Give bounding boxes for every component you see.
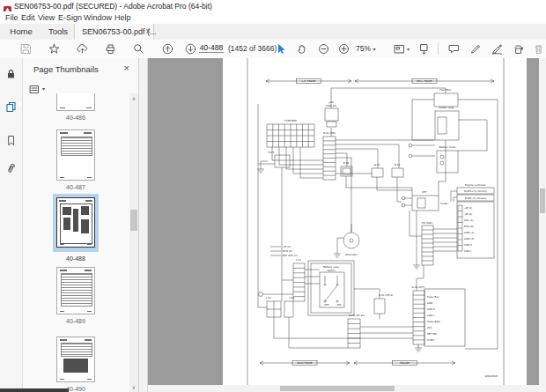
span-label: ENG. FRAME [417,79,432,83]
hand-tool-button[interactable] [296,42,309,55]
diagram-wire [331,88,446,108]
scrollbar-thumb[interactable] [280,386,395,391]
diagram-wire [258,104,267,307]
window-title: SEN06753-00.pdf (SECURED) - Adobe Acroba… [14,2,212,11]
diagram-label: ECN (3) [283,249,292,253]
vertical-scrollbar[interactable] [539,58,546,392]
menu-esign[interactable]: E-Sign [58,13,82,22]
tab-home[interactable]: Home [4,24,39,40]
terminal-circle [402,203,405,207]
component-box [372,168,383,177]
organize-pages-button[interactable] [512,42,525,55]
diagram-block [63,218,70,230]
component-box [435,111,459,140]
page-footer-mark [60,177,64,178]
thumbnail-page-40-488[interactable] [56,197,95,248]
zoom-level-dropdown[interactable]: 75% ▾ [356,44,375,53]
page-footer-mark [60,107,65,108]
tab-document[interactable]: SEN06753-00.pdf (... × [74,24,154,40]
page-header-mark [60,339,67,341]
page-fit-dropdown[interactable] [393,42,406,55]
page-scrolling-button[interactable] [417,42,431,55]
horizontal-scrollbar[interactable] [148,385,539,392]
diagram-label: Engine controller [465,183,487,187]
diagram-label: ACC [427,326,432,329]
tab-tools[interactable]: Tools [41,24,76,40]
thumbnail-page-40-490[interactable] [56,337,95,382]
comment-button[interactable] [447,42,461,55]
page-footer-mark [60,244,64,245]
component-box [325,108,338,121]
left-rail [0,58,23,392]
menu-edit[interactable]: Edit [21,13,35,22]
thumbnail-scrollbar[interactable]: ∧ ∨ [129,93,138,392]
thumbnail-page-40-487[interactable] [56,129,95,181]
zoom-out-button[interactable] [317,42,330,55]
edit-pencil-button[interactable] [469,42,483,55]
menu-view[interactable]: View [38,13,55,22]
acrobat-app-icon [4,2,11,10]
table-block [61,273,92,307]
diagram-wire [286,147,323,169]
scroll-down-icon[interactable]: ∨ [129,384,138,390]
diagram-label: R-06 [343,161,350,165]
close-icon[interactable]: × [124,63,129,73]
diagram-label: KEY SW [427,332,437,336]
diagram-label: D-19 (07F) [412,285,425,289]
active-panel-notch [18,100,21,107]
terminal-circle [440,161,444,165]
star-favorite-button[interactable] [48,42,61,55]
page-header-mark [59,200,66,202]
diagram-label: CAN H [427,307,435,311]
print-button[interactable] [104,42,117,55]
terminal-circle [336,300,338,302]
scrollbar-thumb[interactable] [540,189,545,213]
page-number-input[interactable]: 40-488 [199,43,224,53]
scrollbar-thumb[interactable] [130,210,137,231]
security-lock-icon[interactable] [5,67,18,79]
component-box [417,198,425,208]
terminal-circle [402,196,405,200]
menu-window[interactable]: Window [84,13,112,22]
tabbar: Home Tools SEN06753-00.pdf (... × [0,24,546,41]
diagram-wire [354,289,380,299]
tab-close-icon[interactable]: × [145,24,151,40]
diagram-label: GND (2) [464,237,474,240]
terminal-circle [440,155,444,159]
bookmarks-icon[interactable] [5,134,18,146]
page-header-mark [85,339,92,341]
menu-help[interactable]: Help [114,13,131,22]
diagram-label: E-05 [269,151,275,154]
panel-title: Page Thumbnails [33,64,99,74]
diagram-wire [410,211,422,236]
attachments-paperclip-icon[interactable] [5,162,18,174]
page-footer-mark [86,107,92,108]
diagram-label: D-01 (CE-4) [379,293,393,297]
cloud-upload-button[interactable] [76,42,89,55]
ground-symbol [413,262,420,269]
thumbnails-panel: Page Thumbnails × ▾ 40-486 40-487 [23,58,139,392]
save-button[interactable] [19,42,33,55]
menu-file[interactable]: File [5,13,18,22]
page-footer-mark [87,379,92,380]
diagram-label: holder [440,202,449,205]
select-tool-button[interactable] [275,42,288,55]
span-label: MAIN FRAME [297,361,313,365]
panel-splitter[interactable] [139,58,148,392]
zoom-in-button[interactable] [337,42,350,55]
search-icon[interactable] [132,42,145,55]
previous-page-button[interactable] [161,42,174,55]
diagram-label: FUSE BOX [284,119,297,122]
diagram-label: L-P1 [296,258,301,262]
thumbnail-page-40-486[interactable] [56,93,95,111]
diagram-label: Heater relay [439,106,454,109]
next-page-button[interactable] [184,42,197,55]
chevron-down-icon: ▾ [407,46,410,52]
page-thumbnails-icon[interactable] [5,100,18,113]
scroll-up-icon[interactable]: ∧ [129,95,138,101]
fill-sign-button[interactable] [491,42,504,55]
diagram-label: KEY ACC (1) [283,254,298,257]
thumbnail-label: 40-487 [51,184,100,190]
thumbnail-page-40-489[interactable] [56,267,95,314]
delete-pages-button[interactable] [532,42,545,55]
